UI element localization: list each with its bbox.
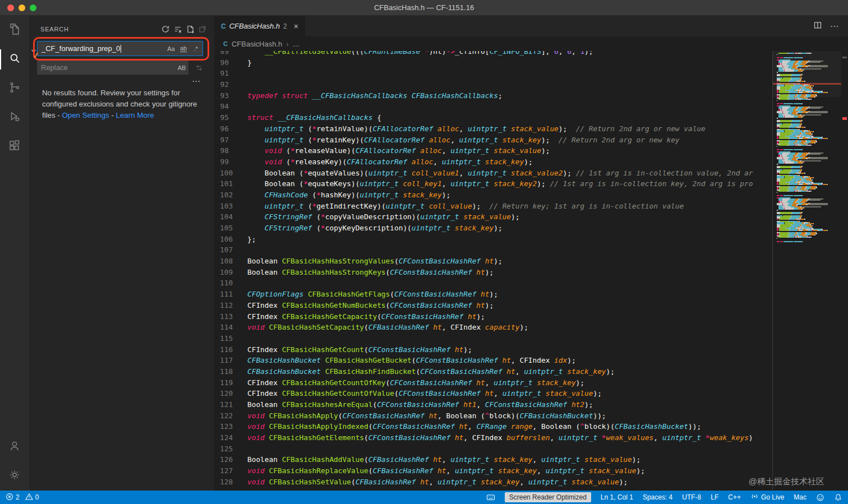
line-number[interactable]: 105 bbox=[214, 223, 229, 234]
line-number[interactable]: 123 bbox=[214, 421, 229, 432]
code-line[interactable]: 124void CFBasicHashGetElements(CFConstBa… bbox=[214, 432, 848, 443]
code-line[interactable]: 91 bbox=[214, 68, 848, 79]
accounts-button[interactable] bbox=[0, 432, 29, 461]
open-settings-link[interactable]: Open Settings bbox=[62, 111, 109, 119]
line-number[interactable]: 92 bbox=[214, 79, 229, 90]
line-number[interactable]: 111 bbox=[214, 289, 229, 300]
line-number[interactable]: 115 bbox=[214, 333, 229, 344]
code-line[interactable]: 126Boolean CFBasicHashAddValue(CFBasicHa… bbox=[214, 454, 848, 465]
line-number[interactable]: 94 bbox=[214, 101, 229, 112]
line-number[interactable]: 127 bbox=[214, 465, 229, 477]
line-number[interactable]: 116 bbox=[214, 344, 229, 355]
minimap[interactable] bbox=[772, 51, 848, 491]
line-number[interactable]: 103 bbox=[214, 201, 229, 212]
sidebar-item-extensions[interactable] bbox=[0, 132, 29, 161]
line-number[interactable]: 122 bbox=[214, 410, 229, 422]
code-line[interactable]: 104 CFStringRef (*copyValueDescription)(… bbox=[214, 211, 848, 223]
eol-status[interactable]: LF bbox=[711, 493, 718, 501]
line-number[interactable]: 109 bbox=[214, 267, 229, 278]
line-number[interactable]: 119 bbox=[214, 377, 229, 389]
code-line[interactable]: 118CFBasicHashBucket CFBasicHashFindBuck… bbox=[214, 366, 848, 377]
code-line[interactable]: 108Boolean CFBasicHashHasStrongValues(CF… bbox=[214, 256, 848, 267]
problems-indicator[interactable]: 2 0 bbox=[6, 493, 39, 502]
code-line[interactable]: 92 bbox=[214, 79, 848, 90]
line-number[interactable]: 100 bbox=[214, 168, 229, 179]
clear-search-results-icon[interactable] bbox=[172, 23, 184, 35]
code-line[interactable]: 107 bbox=[214, 244, 848, 256]
code-line[interactable]: 122void CFBasicHashApply(CFConstBasicHas… bbox=[214, 410, 848, 422]
line-number[interactable]: 121 bbox=[214, 399, 229, 410]
line-number[interactable]: 112 bbox=[214, 300, 229, 311]
code-line[interactable]: 89 __CFBitfieldSetValue(((CFRuntimeBase … bbox=[214, 51, 848, 57]
code-line[interactable]: 97 uintptr_t (*retainKey)(CFAllocatorRef… bbox=[214, 135, 848, 146]
code-line[interactable]: 102 CFHashCode (*hashKey)(uintptr_t stac… bbox=[214, 189, 848, 201]
line-number[interactable]: 120 bbox=[214, 388, 229, 399]
line-number[interactable]: 99 bbox=[214, 156, 229, 168]
replace-all-icon[interactable] bbox=[192, 61, 206, 75]
code-line[interactable]: 110 bbox=[214, 278, 848, 289]
code-line[interactable]: 94 bbox=[214, 101, 848, 112]
line-number[interactable]: 126 bbox=[214, 454, 229, 465]
code-line[interactable]: 99 void (*releaseKey)(CFAllocatorRef all… bbox=[214, 156, 848, 168]
line-number[interactable]: 97 bbox=[214, 135, 229, 146]
code-line[interactable]: 123void CFBasicHashApplyIndexed(CFConstB… bbox=[214, 421, 848, 432]
go-live-button[interactable]: Go Live bbox=[750, 492, 784, 502]
line-number[interactable]: 117 bbox=[214, 355, 229, 366]
sidebar-item-explorer[interactable] bbox=[0, 16, 29, 45]
code-line[interactable]: 93typedef struct __CFBasicHashCallbacks … bbox=[214, 90, 848, 101]
sidebar-item-source-control[interactable] bbox=[0, 74, 29, 103]
remote-indicator[interactable]: Mac bbox=[794, 493, 806, 501]
line-number[interactable]: 95 bbox=[214, 112, 229, 123]
code-line[interactable]: 119CFIndex CFBasicHashGetCountOfKey(CFCo… bbox=[214, 377, 848, 389]
line-number[interactable]: 98 bbox=[214, 145, 229, 156]
line-number[interactable]: 90 bbox=[214, 57, 229, 68]
notifications-bell-icon[interactable] bbox=[834, 493, 842, 502]
tab-cfbasichash[interactable]: C CFBasicHash.h 2 × bbox=[214, 16, 305, 36]
line-number[interactable]: 110 bbox=[214, 278, 229, 289]
code-line[interactable]: 129CFIndex CFBasicHashRemoveValue(CFBasi… bbox=[214, 488, 848, 491]
sidebar-item-search[interactable] bbox=[0, 45, 29, 74]
search-input[interactable]: _CF_forwarding_prep_0 Aa ab .* bbox=[37, 41, 203, 56]
match-case-toggle[interactable]: Aa bbox=[165, 43, 177, 54]
code-line[interactable]: 111CFOptionFlags CFBasicHashGetFlags(CFC… bbox=[214, 289, 848, 300]
cursor-position[interactable]: Ln 1, Col 1 bbox=[601, 493, 633, 501]
code-line[interactable]: 127void CFBasicHashReplaceValue(CFBasicH… bbox=[214, 465, 848, 477]
line-number[interactable]: 106 bbox=[214, 234, 229, 245]
language-mode[interactable]: C++ bbox=[728, 493, 741, 501]
line-number[interactable]: 118 bbox=[214, 366, 229, 377]
code-line[interactable]: 103 uintptr_t (*getIndirectKey)(uintptr_… bbox=[214, 201, 848, 212]
split-editor-icon[interactable] bbox=[813, 21, 822, 32]
tab-close-icon[interactable]: × bbox=[294, 22, 298, 31]
line-number[interactable]: 89 bbox=[214, 51, 229, 57]
line-number[interactable]: 124 bbox=[214, 432, 229, 443]
code-line[interactable]: 120CFIndex CFBasicHashGetCountOfValue(CF… bbox=[214, 388, 848, 399]
collapse-all-icon[interactable] bbox=[196, 23, 209, 35]
code-line[interactable]: 113CFIndex CFBasicHashGetCapacity(CFCons… bbox=[214, 311, 848, 322]
code-line[interactable]: 90} bbox=[214, 57, 848, 68]
code-editor[interactable]: 89 __CFBitfieldSetValue(((CFRuntimeBase … bbox=[214, 51, 848, 491]
overview-ruler[interactable] bbox=[841, 51, 848, 491]
feedback-smiley-icon[interactable] bbox=[816, 493, 824, 502]
line-number[interactable]: 125 bbox=[214, 443, 229, 455]
line-number[interactable]: 108 bbox=[214, 256, 229, 267]
replace-input[interactable]: Replace AB bbox=[37, 61, 188, 75]
breadcrumb-more[interactable]: … bbox=[293, 40, 300, 48]
code-line[interactable]: 100 Boolean (*equateValues)(uintptr_t co… bbox=[214, 168, 848, 179]
line-number[interactable]: 128 bbox=[214, 477, 229, 488]
code-line[interactable]: 115 bbox=[214, 333, 848, 344]
code-line[interactable]: 121Boolean CFBasicHashesAreEqual(CFConst… bbox=[214, 399, 848, 410]
regex-toggle[interactable]: .* bbox=[190, 43, 201, 54]
code-line[interactable]: 98 void (*releaseValue)(CFAllocatorRef a… bbox=[214, 145, 848, 156]
code-line[interactable]: 109Boolean CFBasicHashHasStrongKeys(CFCo… bbox=[214, 267, 848, 278]
line-number[interactable]: 107 bbox=[214, 244, 229, 256]
line-number[interactable]: 114 bbox=[214, 322, 229, 333]
code-line[interactable]: 125 bbox=[214, 443, 848, 455]
whole-word-toggle[interactable]: ab bbox=[178, 43, 189, 54]
line-number[interactable]: 101 bbox=[214, 178, 229, 189]
new-search-editor-icon[interactable] bbox=[184, 23, 196, 35]
zoom-window-button[interactable] bbox=[30, 4, 36, 11]
more-actions-icon[interactable]: ⋯ bbox=[830, 21, 839, 31]
indentation-status[interactable]: Spaces: 4 bbox=[643, 493, 672, 501]
preserve-case-toggle[interactable]: AB bbox=[176, 62, 187, 73]
code-line[interactable]: 114void CFBasicHashSetCapacity(CFBasicHa… bbox=[214, 322, 848, 333]
